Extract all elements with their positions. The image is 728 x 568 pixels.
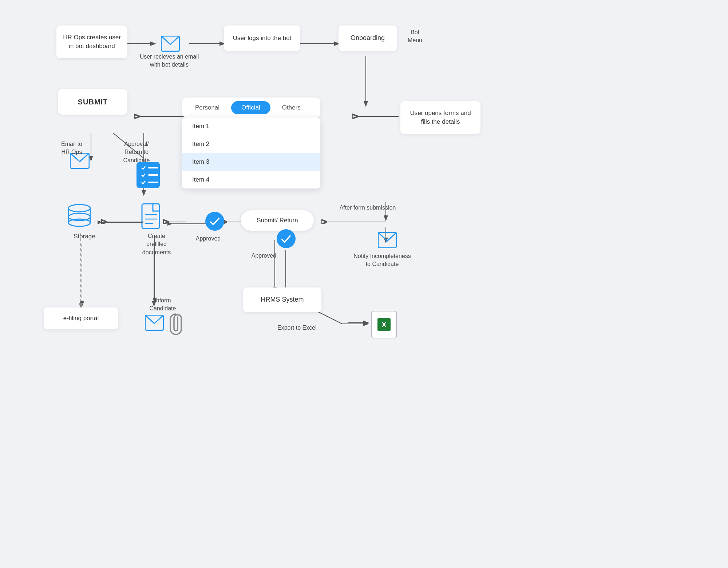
approval-label: Approval/ Return to Candidate bbox=[113, 140, 160, 164]
user-logs-label: User logs into the bot bbox=[233, 34, 292, 43]
submit-box: SUBMIT bbox=[58, 89, 127, 115]
hr-ops-label: HR Ops creates user in bot dashboard bbox=[63, 33, 121, 51]
user-logs-box: User logs into the bot bbox=[224, 25, 300, 51]
tab-others[interactable]: Others bbox=[272, 101, 311, 114]
email-inform-icon bbox=[145, 315, 164, 331]
email-hr-label: Email to HR Ops bbox=[52, 140, 92, 156]
dropdown-item-3[interactable]: Item 3 bbox=[182, 153, 320, 171]
efiling-label: e-filing portal bbox=[63, 314, 99, 323]
dropdown-list: Item 1 Item 2 Item 3 Item 4 bbox=[182, 118, 320, 188]
export-label: Export to Excel bbox=[277, 324, 345, 332]
storage-icon bbox=[66, 203, 92, 228]
notify-email-icon bbox=[378, 232, 397, 248]
approved-right-label: Approved bbox=[246, 252, 282, 260]
create-doc-icon bbox=[141, 203, 162, 229]
user-opens-box: User opens forms and fills the details bbox=[400, 101, 480, 134]
onboarding-label: Onboarding bbox=[351, 33, 385, 43]
checklist-icon bbox=[136, 162, 160, 188]
excel-icon: X bbox=[371, 311, 397, 338]
tab-official[interactable]: Official bbox=[231, 101, 270, 114]
hrms-box: HRMS System bbox=[243, 287, 321, 312]
approved-left-label: Approved bbox=[192, 235, 225, 243]
efiling-box: e-filing portal bbox=[44, 307, 118, 329]
svg-point-32 bbox=[68, 204, 90, 212]
approved-circle-right bbox=[277, 229, 296, 248]
dropdown-item-1[interactable]: Item 1 bbox=[182, 118, 320, 135]
notify-label: Notify Incompleteness to Candidate bbox=[348, 252, 417, 269]
approved-circle-left bbox=[205, 212, 224, 231]
create-doc-label: Create prefilled documents bbox=[133, 232, 180, 257]
paperclip-icon bbox=[167, 311, 184, 337]
submit-label: SUBMIT bbox=[78, 97, 108, 107]
hrms-label: HRMS System bbox=[261, 295, 304, 304]
submit-return-box[interactable]: Submit/ Return bbox=[241, 210, 314, 231]
tab-bar: Personal Official Others bbox=[182, 98, 320, 118]
inform-label: Inform Candidate bbox=[139, 297, 186, 313]
storage-label: Storage bbox=[70, 232, 99, 241]
onboarding-box: Onboarding bbox=[339, 25, 397, 51]
dropdown-item-4[interactable]: Item 4 bbox=[182, 171, 320, 188]
email-top-icon bbox=[159, 33, 181, 55]
user-opens-label: User opens forms and fills the details bbox=[410, 109, 471, 126]
hr-ops-box: HR Ops creates user in bot dashboard bbox=[56, 25, 127, 58]
svg-rect-27 bbox=[142, 204, 159, 229]
submit-return-label: Submit/ Return bbox=[257, 217, 298, 224]
bot-menu-label: Bot Menu bbox=[402, 28, 428, 45]
email-received-label: User recieves an email with bot details bbox=[136, 53, 202, 69]
tab-personal[interactable]: Personal bbox=[185, 101, 230, 114]
after-form-label: After form submission bbox=[328, 204, 408, 212]
dropdown-item-2[interactable]: Item 2 bbox=[182, 135, 320, 153]
